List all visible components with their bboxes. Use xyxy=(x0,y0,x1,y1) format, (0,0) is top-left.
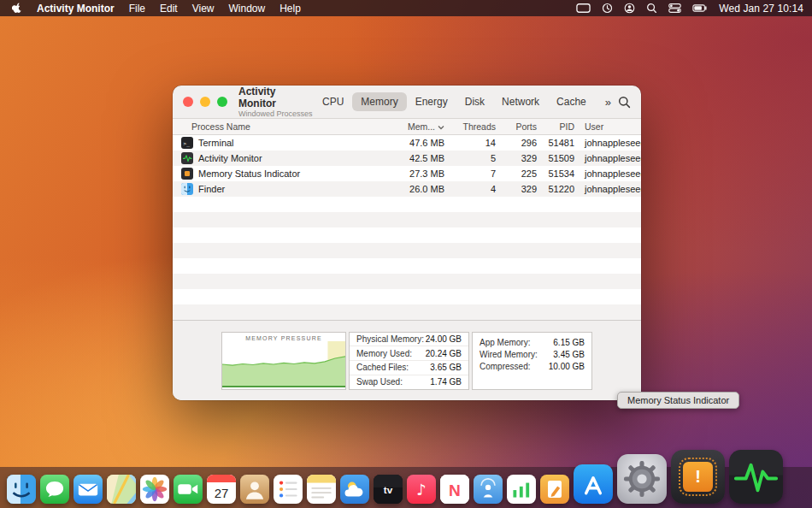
menubar-clock[interactable]: Wed Jan 27 10:14 xyxy=(719,3,803,15)
activity-monitor-icon xyxy=(181,152,193,164)
svg-text:♪: ♪ xyxy=(416,481,427,499)
column-pid[interactable]: PID xyxy=(537,121,574,132)
dock-item-mail[interactable] xyxy=(74,475,103,504)
battery-icon[interactable] xyxy=(692,3,708,14)
user-icon[interactable] xyxy=(624,3,635,14)
dock-item-reminders[interactable] xyxy=(274,475,303,504)
stat-label: Compressed: xyxy=(480,362,530,371)
stat-label: App Memory: xyxy=(480,338,530,347)
contacts-icon xyxy=(240,475,269,504)
dock: 27tv♪N! xyxy=(0,467,812,508)
dock-item-messages[interactable] xyxy=(40,475,69,504)
column-process-name[interactable]: Process Name xyxy=(181,121,393,132)
calendar-icon: 27 xyxy=(207,475,236,504)
memory-stats-secondary: App Memory:6.15 GBWired Memory:3.45 GBCo… xyxy=(472,332,592,390)
process-ports: 329 xyxy=(496,153,537,163)
weather-icon xyxy=(340,475,369,504)
table-row[interactable]: Finder26.0 MB432951220johnappleseed xyxy=(173,181,641,197)
process-ports: 329 xyxy=(496,184,537,194)
process-name: Memory Status Indicator xyxy=(198,168,300,179)
process-name: Activity Monitor xyxy=(198,153,262,163)
process-user: johnappleseed xyxy=(574,184,629,194)
dock-item-memory-status-indicator[interactable]: ! xyxy=(671,450,725,504)
menu-file[interactable]: File xyxy=(129,3,145,15)
search-icon[interactable] xyxy=(618,96,631,109)
dock-item-tv[interactable]: tv xyxy=(374,475,403,504)
dock-item-podcasts[interactable] xyxy=(474,475,503,504)
dock-item-appstore[interactable] xyxy=(574,464,613,504)
dock-item-stocks[interactable] xyxy=(507,475,536,504)
dock-item-contacts[interactable] xyxy=(240,475,269,504)
tab-energy[interactable]: Energy xyxy=(407,92,456,111)
minimize-button[interactable] xyxy=(200,97,210,107)
control-center-icon[interactable] xyxy=(668,3,681,14)
warning-exclamation-icon: ! xyxy=(695,468,701,485)
menu-view[interactable]: View xyxy=(192,3,215,15)
dock-item-activity-monitor[interactable] xyxy=(729,450,783,504)
process-name: Finder xyxy=(198,184,225,194)
dock-item-facetime[interactable] xyxy=(174,475,203,504)
dock-item-music[interactable]: ♪ xyxy=(407,475,436,504)
column-user[interactable]: User xyxy=(574,121,629,132)
finder-icon xyxy=(7,475,36,504)
table-row-empty xyxy=(173,274,641,289)
process-threads: 7 xyxy=(444,168,496,179)
menu-help[interactable]: Help xyxy=(279,3,301,15)
dock-item-maps[interactable] xyxy=(107,475,136,504)
tab-network[interactable]: Network xyxy=(493,92,548,111)
table-row[interactable]: >_Terminal47.6 MB1429651481johnappleseed xyxy=(173,135,641,151)
zoom-button[interactable] xyxy=(217,97,227,107)
dock-item-photos[interactable] xyxy=(140,475,169,504)
table-row[interactable]: Memory Status Indicator27.3 MB722551534j… xyxy=(173,166,641,181)
time-machine-icon[interactable] xyxy=(602,3,613,14)
display-icon[interactable] xyxy=(576,3,591,14)
column-memory[interactable]: Mem... xyxy=(393,121,444,132)
process-user: johnappleseed xyxy=(574,153,629,163)
menu-window[interactable]: Window xyxy=(229,3,266,15)
stat-value: 24.00 GB xyxy=(426,334,462,344)
stat-value: 3.45 GB xyxy=(553,350,585,359)
tab-cache[interactable]: Cache xyxy=(548,92,595,111)
tab-disk[interactable]: Disk xyxy=(456,92,493,111)
dock-item-finder[interactable] xyxy=(7,475,36,504)
table-row[interactable]: Activity Monitor42.5 MB532951509johnappl… xyxy=(173,151,641,166)
pages-icon xyxy=(540,475,569,504)
tab-cpu[interactable]: CPU xyxy=(314,92,352,111)
spotlight-icon[interactable] xyxy=(646,3,657,14)
process-name: Terminal xyxy=(198,138,234,148)
stat-value: 1.74 GB xyxy=(430,377,462,387)
svg-text:tv: tv xyxy=(384,484,393,495)
podcasts-icon xyxy=(474,475,503,504)
column-ports[interactable]: Ports xyxy=(496,121,537,132)
menubar-app-name[interactable]: Activity Monitor xyxy=(37,3,115,15)
dock-item-news[interactable]: N xyxy=(440,475,469,504)
traffic-lights xyxy=(183,97,227,107)
dock-item-weather[interactable] xyxy=(340,475,369,504)
table-row-empty xyxy=(173,289,641,304)
dock-item-notes[interactable] xyxy=(307,475,336,504)
mail-icon xyxy=(74,475,103,504)
stat-row: Memory Used:20.24 GB xyxy=(350,346,468,360)
close-button[interactable] xyxy=(183,97,193,107)
menu-bar: Activity Monitor FileEditViewWindowHelp … xyxy=(0,0,812,16)
tab-memory[interactable]: Memory xyxy=(352,92,406,111)
window-title: Activity Monitor xyxy=(238,86,314,109)
process-table: >_Terminal47.6 MB1429651481johnappleseed… xyxy=(173,135,641,320)
window-titlebar[interactable]: Activity Monitor Windowed Processes CPUM… xyxy=(173,86,641,118)
apple-menu-icon[interactable] xyxy=(12,3,22,15)
table-row-empty xyxy=(173,197,641,212)
dock-item-calendar[interactable]: 27 xyxy=(207,475,236,504)
process-threads: 5 xyxy=(444,153,496,163)
toolbar-overflow-chevron[interactable]: » xyxy=(605,96,611,109)
column-threads[interactable]: Threads xyxy=(444,121,496,132)
table-header: Process Name Mem... Threads Ports PID Us… xyxy=(173,118,641,135)
dock-item-pages[interactable] xyxy=(540,475,569,504)
tv-icon: tv xyxy=(374,475,403,504)
stat-row: Wired Memory:3.45 GB xyxy=(473,349,591,361)
dock-item-settings[interactable] xyxy=(617,454,667,504)
memory-stats-primary: Physical Memory:24.00 GBMemory Used:20.2… xyxy=(349,332,469,390)
process-threads: 14 xyxy=(444,138,496,148)
process-threads: 4 xyxy=(444,184,496,194)
toolbar-tabs: CPUMemoryEnergyDiskNetworkCache xyxy=(314,92,595,111)
menu-edit[interactable]: Edit xyxy=(160,3,178,15)
